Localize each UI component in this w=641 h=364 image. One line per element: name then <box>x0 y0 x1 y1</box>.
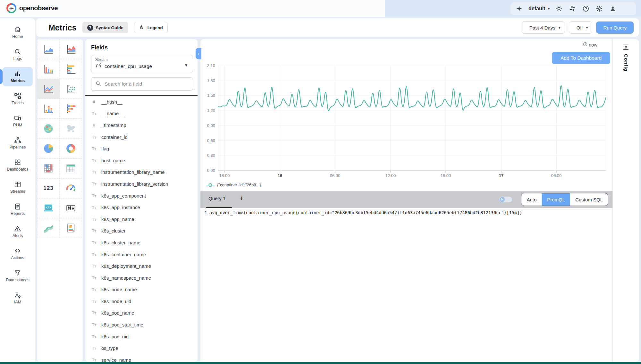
chart-type-pie-icon[interactable] <box>37 139 60 158</box>
sidebar-item-home[interactable]: Home <box>3 23 33 42</box>
chart-type-stacked-bar-icon[interactable] <box>37 99 60 119</box>
add-query-button[interactable]: + <box>240 194 243 202</box>
sidebar-item-label: IAM <box>14 300 21 304</box>
legend-button[interactable]: Legend <box>134 22 168 33</box>
field-row-service_name[interactable]: TTservice_name <box>90 354 193 362</box>
org-selector[interactable]: default ▾ <box>528 6 550 12</box>
chart-type-maps-icon[interactable] <box>60 119 82 139</box>
chart-type-heatmap-icon[interactable] <box>37 158 60 178</box>
ai-sparkle-icon[interactable] <box>515 4 523 13</box>
chart-type-bar-icon[interactable] <box>37 59 60 79</box>
field-row-instrumentation_library_version[interactable]: TTinstrumentation_library_version <box>90 178 193 190</box>
field-row-k8s_pod_name[interactable]: TTk8s_pod_name <box>90 307 193 319</box>
y-axis-tick-label: 1.50 <box>200 93 215 98</box>
mode-button-auto[interactable]: Auto <box>521 193 542 206</box>
sidebar-item-pipelines[interactable]: Pipelines <box>3 133 33 153</box>
chart-type-scatter-icon[interactable] <box>60 79 82 99</box>
config-sidebar[interactable]: Config <box>612 39 639 362</box>
stream-select-value: container_cpu_usage <box>105 63 152 69</box>
chart-type-h-stacked-bar-icon[interactable] <box>60 99 82 119</box>
y-axis-tick-label: 0.30 <box>200 153 215 158</box>
time-range-select[interactable]: Past 4 Days ▾ <box>522 21 565 34</box>
sidebar-item-iam[interactable]: IAM <box>3 288 33 308</box>
chart-type-area-icon[interactable] <box>37 39 60 59</box>
fx-toggle[interactable]: fx <box>499 197 512 202</box>
chart-type-html-icon[interactable]: </> <box>37 198 60 218</box>
field-row-k8s_app_name[interactable]: TTk8s_app_name <box>90 213 193 225</box>
chart-type-sankey-icon[interactable] <box>37 218 60 238</box>
refresh-interval-select[interactable]: Off ▾ <box>569 21 593 34</box>
field-row-k8s_node_uid[interactable]: TTk8s_node_uid <box>90 295 193 307</box>
text-field-icon: TT <box>90 240 98 245</box>
x-axis-tick-label: 18:00 <box>219 173 230 178</box>
sidebar-item-actions[interactable]: Actions <box>3 244 33 263</box>
help-icon[interactable] <box>582 4 590 13</box>
mode-button-custom-sql[interactable]: Custom SQL <box>570 193 608 206</box>
field-row-k8s_node_name[interactable]: TTk8s_node_name <box>90 284 193 296</box>
theme-light-icon[interactable] <box>555 4 563 13</box>
field-row-k8s_app_component[interactable]: TTk8s_app_component <box>90 190 193 202</box>
chart-type-area-stacked-icon[interactable] <box>60 39 82 59</box>
query-tab-1[interactable]: Query 1 <box>208 196 225 201</box>
field-row-k8s_pod_start_time[interactable]: TTk8s_pod_start_time <box>90 319 193 331</box>
field-name: container_id <box>101 134 128 140</box>
sidebar-item-metrics[interactable]: Metrics <box>3 67 33 86</box>
field-search-input[interactable] <box>105 81 185 87</box>
field-row-k8s_deployment_name[interactable]: TTk8s_deployment_name <box>90 260 193 272</box>
field-row-host_name[interactable]: TThost_name <box>90 155 193 166</box>
field-row-k8s_app_instance[interactable]: TTk8s_app_instance <box>90 201 193 213</box>
code-brackets-icon <box>14 247 21 255</box>
field-row-__hash__[interactable]: #__hash__ <box>90 96 193 108</box>
mode-button-promql[interactable]: PromQL <box>542 193 570 206</box>
chart-type-markdown-icon[interactable] <box>60 198 82 218</box>
field-row-k8s_cluster[interactable]: TTk8s_cluster <box>90 225 193 237</box>
field-row-k8s_pod_uid[interactable]: TTk8s_pod_uid <box>90 331 193 343</box>
profile-icon[interactable] <box>609 4 617 13</box>
field-row-__name__[interactable]: TT__name__ <box>90 108 193 120</box>
text-field-icon: TT <box>90 228 98 233</box>
sidebar-item-alerts[interactable]: Alerts <box>3 222 33 241</box>
chart-plot-area[interactable] <box>218 66 606 173</box>
openobserve-logo[interactable]: openobserve <box>6 3 58 13</box>
gauge-icon <box>95 63 102 70</box>
sidebar-item-logs[interactable]: Logs <box>3 45 33 64</box>
metrics-header: Metrics ? Syntax Guide Legend Past 4 Day… <box>36 18 639 37</box>
promql-query-text: avg_over_time(container_cpu_usage{contai… <box>207 210 522 215</box>
run-query-button[interactable]: Run Query <box>596 21 634 34</box>
sidebar-item-dashboards[interactable]: Dashboards <box>3 156 33 175</box>
chart-legend-item[interactable]: {"container_id":"26b8...} <box>206 182 261 187</box>
sidebar-item-streams[interactable]: Streams <box>3 178 33 197</box>
chart-type-h-bar-icon[interactable] <box>60 59 82 79</box>
chevron-down-icon: ▾ <box>559 25 561 30</box>
chart-type-geomap-icon[interactable] <box>37 119 60 139</box>
field-row-_timestamp[interactable]: #_timestamp <box>90 119 193 131</box>
sidebar-item-reports[interactable]: Reports <box>3 200 33 219</box>
settings-gear-icon[interactable] <box>595 4 603 13</box>
sidebar-item-traces[interactable]: Traces <box>3 89 33 108</box>
text-field-icon: TT <box>90 146 98 151</box>
number-field-icon: # <box>90 99 98 104</box>
chart-type-metric-text-icon[interactable]: 123 <box>37 178 60 198</box>
chart-type-custom-chart-icon[interactable] <box>60 218 82 238</box>
y-axis-tick-label: 0.90 <box>200 123 215 128</box>
field-row-container_id[interactable]: TTcontainer_id <box>90 131 193 143</box>
field-row-k8s_namespace_name[interactable]: TTk8s_namespace_name <box>90 272 193 284</box>
chart-type-table-icon[interactable] <box>60 158 82 178</box>
chart-type-gauge-icon[interactable] <box>60 178 82 198</box>
sidebar-item-rum[interactable]: RUM <box>3 111 33 131</box>
sidebar-item-data-sources[interactable]: Data sources <box>3 266 33 285</box>
field-row-os_type[interactable]: TTos_type <box>90 342 193 354</box>
legend-marker-icon <box>206 183 215 187</box>
syntax-guide-button[interactable]: ? Syntax Guide <box>82 22 128 33</box>
collapse-fields-handle[interactable]: ‹ <box>196 48 201 59</box>
stream-select[interactable]: Stream container_cpu_usage ▼ <box>91 55 193 73</box>
field-row-instrumentation_library_name[interactable]: TTinstrumentation_library_name <box>90 166 193 178</box>
field-row-flag[interactable]: TTflag <box>90 143 193 155</box>
field-row-k8s_cluster_name[interactable]: TTk8s_cluster_name <box>90 237 193 249</box>
slack-icon[interactable] <box>568 4 577 13</box>
query-editor[interactable]: 1 avg_over_time(container_cpu_usage{cont… <box>200 208 612 362</box>
field-row-k8s_container_name[interactable]: TTk8s_container_name <box>90 249 193 260</box>
chart-type-donut-icon[interactable] <box>60 139 82 158</box>
x-axis-tick-label: 12:00 <box>385 173 396 178</box>
chart-type-line-icon[interactable] <box>37 79 60 99</box>
